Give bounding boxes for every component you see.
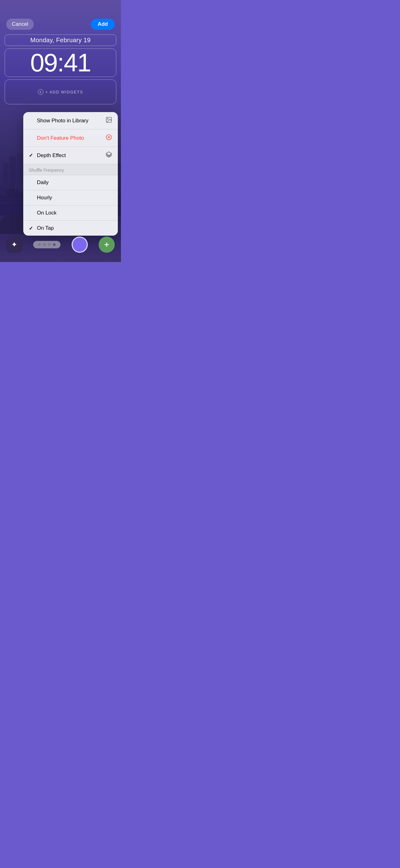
date-text: Monday, February 19 bbox=[30, 37, 91, 43]
layers-icon bbox=[105, 151, 112, 160]
add-widgets-label: + + ADD WIDGETS bbox=[38, 89, 83, 95]
x-circle-icon bbox=[105, 134, 112, 142]
checkmark-on-tap: ✓ bbox=[29, 225, 34, 231]
context-menu: Show Photo in Library Don't Feature Phot… bbox=[23, 112, 118, 236]
on-tap-label: On Tap bbox=[37, 225, 54, 231]
svg-rect-1 bbox=[9, 156, 16, 194]
shuffle-frequency-label: Shuffle Frequency bbox=[29, 168, 64, 173]
sparkle-icon: ✦ bbox=[11, 240, 18, 249]
on-lock-label: On Lock bbox=[37, 210, 57, 216]
add-button[interactable]: Add bbox=[91, 19, 115, 30]
page-dot-1 bbox=[38, 243, 41, 246]
photo-icon bbox=[105, 116, 112, 125]
page-dot-3 bbox=[48, 243, 51, 246]
menu-item-show-photo[interactable]: Show Photo in Library bbox=[23, 112, 118, 129]
time-text: 09:41 bbox=[30, 49, 91, 77]
time-widget[interactable]: 09:41 bbox=[5, 49, 116, 77]
daily-label: Daily bbox=[37, 180, 49, 186]
bottom-dock: ✦ bbox=[0, 233, 121, 262]
shuffle-frequency-header: Shuffle Frequency bbox=[23, 164, 118, 175]
plus-circle-icon: + bbox=[38, 89, 43, 95]
menu-item-depth-effect[interactable]: ✓ Depth Effect bbox=[23, 147, 118, 164]
screen-wrapper: Cancel Add Monday, February 19 09:41 + +… bbox=[0, 0, 121, 262]
plus-icon bbox=[103, 241, 110, 248]
customization-button[interactable]: ✦ bbox=[6, 237, 22, 253]
hourly-label: Hourly bbox=[37, 195, 52, 201]
cancel-button[interactable]: Cancel bbox=[6, 19, 34, 30]
date-widget[interactable]: Monday, February 19 bbox=[5, 34, 116, 46]
show-photo-label: Show Photo in Library bbox=[37, 118, 88, 124]
menu-item-daily[interactable]: Daily bbox=[23, 175, 118, 190]
lock-screen-content: Monday, February 19 09:41 + + ADD WIDGET… bbox=[0, 34, 121, 104]
svg-rect-0 bbox=[3, 163, 9, 194]
svg-point-33 bbox=[107, 118, 108, 119]
checkmark-depth-effect: ✓ bbox=[29, 152, 34, 158]
page-indicators bbox=[33, 241, 61, 248]
page-dot-4-active bbox=[53, 243, 56, 246]
add-wallpaper-button[interactable] bbox=[99, 237, 115, 253]
page-dot-2 bbox=[43, 243, 45, 246]
home-button[interactable] bbox=[72, 237, 88, 253]
widgets-bar[interactable]: + + ADD WIDGETS bbox=[5, 80, 116, 104]
top-bar: Cancel Add bbox=[0, 0, 121, 34]
dont-feature-label: Don't Feature Photo bbox=[37, 135, 84, 141]
menu-item-on-lock[interactable]: On Lock bbox=[23, 206, 118, 221]
menu-item-hourly[interactable]: Hourly bbox=[23, 190, 118, 206]
svg-point-14 bbox=[6, 188, 19, 196]
depth-effect-label: Depth Effect bbox=[37, 152, 66, 159]
menu-item-dont-feature[interactable]: Don't Feature Photo bbox=[23, 129, 118, 147]
